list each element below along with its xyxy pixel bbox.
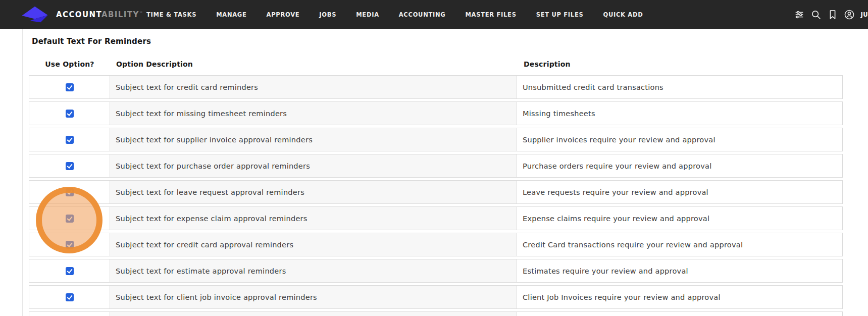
table-row: Subject text for purchase order approval… (29, 154, 843, 178)
description-cell: Expense claims require your review and a… (517, 207, 842, 230)
table-row: Subject text for estimate approval remin… (29, 259, 843, 283)
option-description-cell: Subject text for estimate approval remin… (110, 259, 517, 282)
nav-item-manage[interactable]: MANAGE (216, 11, 246, 18)
tune-icon[interactable] (794, 9, 805, 20)
nav-item-time-and-tasks[interactable]: TIME & TASKS (146, 11, 196, 18)
main-menu: TIME & TASKS MANAGE APPROVE JOBS MEDIA A… (146, 0, 643, 29)
table-row: Subject text for missing timesheet remin… (29, 101, 843, 125)
settings-panel: Default Text For Reminders Use Option? O… (22, 29, 868, 316)
use-option-cell (29, 312, 110, 316)
option-description-cell: Subject text for credit card approval re… (110, 233, 517, 256)
description-cell: Missing timesheets (517, 102, 842, 125)
use-option-cell (29, 259, 110, 282)
nav-item-media[interactable]: MEDIA (356, 11, 379, 18)
description-cell: Estimates require your review and approv… (517, 259, 842, 282)
use-option-checkbox[interactable] (66, 162, 74, 170)
nav-item-accounting[interactable]: ACCOUNTING (399, 11, 446, 18)
table-row: Subject text for leave request approval … (29, 180, 843, 204)
option-description-cell: Subject text for supplier invoice approv… (110, 128, 517, 151)
option-description-cell: Subject text for credit card reminders (110, 76, 517, 98)
table-row: Subject text for expense claim approval … (29, 206, 843, 230)
option-description-cell: Subject text for missing timesheet remin… (110, 102, 517, 125)
nav-item-set-up-files[interactable]: SET UP FILES (536, 11, 584, 18)
option-description-cell (110, 312, 517, 316)
option-description-cell: Subject text for client job invoice appr… (110, 286, 517, 308)
table-row: Subject text for credit card reminders U… (29, 75, 843, 99)
use-option-checkbox[interactable] (66, 215, 74, 223)
use-option-checkbox[interactable] (66, 110, 74, 118)
table-row: Subject text for supplier invoice approv… (29, 128, 843, 151)
use-option-cell (29, 102, 110, 125)
description-cell: Client Job Invoices require your review … (517, 286, 842, 308)
page-title: Default Text For Reminders (32, 37, 151, 46)
use-option-checkbox[interactable] (66, 267, 74, 275)
description-cell: Leave requests require your review and a… (517, 181, 842, 203)
search-icon[interactable] (810, 9, 822, 20)
brand-name: ACCOUNTABILITY™ (56, 10, 143, 19)
column-header-use-option: Use Option? (29, 60, 111, 68)
column-header-option-description: Option Description (111, 60, 518, 68)
use-option-checkbox[interactable] (66, 293, 74, 301)
accountability-logo-icon (20, 5, 56, 24)
table-row: Subject text for credit card approval re… (29, 233, 843, 256)
nav-item-jobs[interactable]: JOBS (319, 11, 336, 18)
nav-item-approve[interactable]: APPROVE (267, 11, 300, 18)
nav-utility-area: JU (794, 0, 868, 29)
column-header-description: Description (518, 60, 843, 68)
top-navigation-bar: ACCOUNTABILITY™ TIME & TASKS MANAGE APPR… (0, 0, 868, 29)
table-header-row: Use Option? Option Description Descripti… (29, 60, 843, 68)
reminders-table-body: Subject text for credit card reminders U… (29, 75, 843, 316)
bookmark-icon[interactable] (827, 9, 838, 20)
option-description-cell: Subject text for leave request approval … (110, 181, 517, 203)
use-option-checkbox[interactable] (66, 188, 74, 196)
account-icon[interactable] (844, 9, 855, 20)
trademark-symbol: ™ (139, 11, 143, 15)
use-option-cell (29, 154, 110, 177)
use-option-cell (29, 207, 110, 230)
description-cell: Unsubmitted credit card transactions (517, 76, 842, 98)
use-option-cell (29, 286, 110, 308)
option-description-cell: Subject text for expense claim approval … (110, 207, 517, 230)
description-cell: Credit Card transactions require your re… (517, 233, 842, 256)
user-menu-label[interactable]: JU (860, 11, 868, 18)
use-option-cell (29, 76, 110, 98)
nav-item-quick-add[interactable]: QUICK ADD (603, 11, 643, 18)
description-cell (517, 312, 842, 316)
description-cell: Supplier invoices require your review an… (517, 128, 842, 151)
use-option-cell (29, 128, 110, 151)
option-description-cell: Subject text for purchase order approval… (110, 154, 517, 177)
use-option-cell (29, 181, 110, 203)
description-cell: Purchase orders require your review and … (517, 154, 842, 177)
use-option-checkbox[interactable] (66, 83, 74, 91)
table-row-partial (29, 311, 843, 316)
use-option-checkbox[interactable] (66, 241, 74, 249)
use-option-cell (29, 233, 110, 256)
nav-item-master-files[interactable]: MASTER FILES (465, 11, 516, 18)
brand-logo[interactable]: ACCOUNTABILITY™ (20, 0, 143, 29)
use-option-checkbox[interactable] (66, 136, 74, 144)
table-row: Subject text for client job invoice appr… (29, 285, 843, 309)
